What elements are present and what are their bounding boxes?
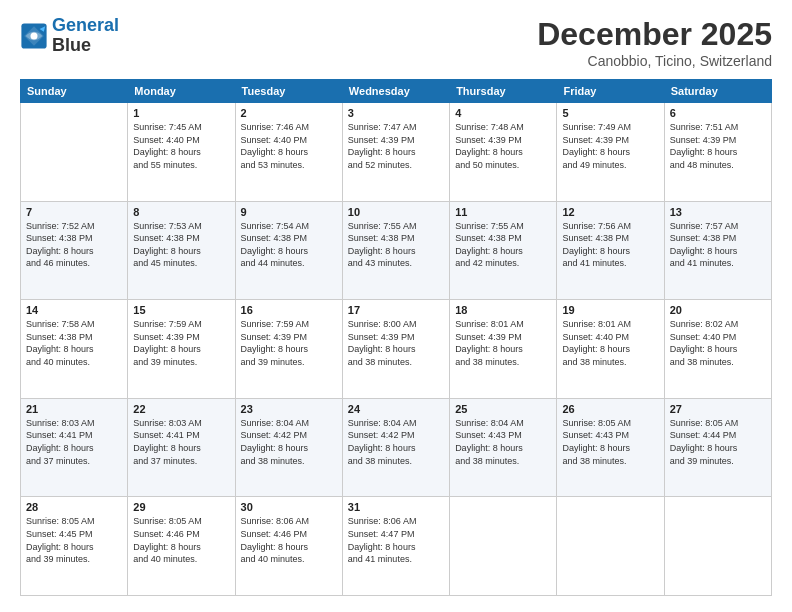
calendar-week-row-2: 7Sunrise: 7:52 AMSunset: 4:38 PMDaylight…: [21, 201, 772, 300]
logo-icon: [20, 22, 48, 50]
day-info: Sunrise: 8:02 AMSunset: 4:40 PMDaylight:…: [670, 318, 766, 368]
col-wednesday: Wednesday: [342, 80, 449, 103]
calendar-cell: 12Sunrise: 7:56 AMSunset: 4:38 PMDayligh…: [557, 201, 664, 300]
day-info: Sunrise: 8:06 AMSunset: 4:47 PMDaylight:…: [348, 515, 444, 565]
day-number: 8: [133, 206, 229, 218]
day-info: Sunrise: 7:55 AMSunset: 4:38 PMDaylight:…: [348, 220, 444, 270]
calendar-cell: 18Sunrise: 8:01 AMSunset: 4:39 PMDayligh…: [450, 300, 557, 399]
day-number: 21: [26, 403, 122, 415]
day-number: 31: [348, 501, 444, 513]
calendar-cell: 29Sunrise: 8:05 AMSunset: 4:46 PMDayligh…: [128, 497, 235, 596]
logo-line2: Blue: [52, 36, 119, 56]
calendar-cell: 20Sunrise: 8:02 AMSunset: 4:40 PMDayligh…: [664, 300, 771, 399]
calendar-cell: 10Sunrise: 7:55 AMSunset: 4:38 PMDayligh…: [342, 201, 449, 300]
day-number: 17: [348, 304, 444, 316]
calendar-cell: 27Sunrise: 8:05 AMSunset: 4:44 PMDayligh…: [664, 398, 771, 497]
calendar-cell: 14Sunrise: 7:58 AMSunset: 4:38 PMDayligh…: [21, 300, 128, 399]
calendar-cell: 13Sunrise: 7:57 AMSunset: 4:38 PMDayligh…: [664, 201, 771, 300]
day-number: 22: [133, 403, 229, 415]
day-number: 10: [348, 206, 444, 218]
calendar-week-row-5: 28Sunrise: 8:05 AMSunset: 4:45 PMDayligh…: [21, 497, 772, 596]
day-info: Sunrise: 7:51 AMSunset: 4:39 PMDaylight:…: [670, 121, 766, 171]
col-monday: Monday: [128, 80, 235, 103]
day-number: 11: [455, 206, 551, 218]
day-number: 14: [26, 304, 122, 316]
day-number: 2: [241, 107, 337, 119]
calendar-cell: 16Sunrise: 7:59 AMSunset: 4:39 PMDayligh…: [235, 300, 342, 399]
day-info: Sunrise: 8:04 AMSunset: 4:42 PMDaylight:…: [348, 417, 444, 467]
calendar-cell: 22Sunrise: 8:03 AMSunset: 4:41 PMDayligh…: [128, 398, 235, 497]
day-info: Sunrise: 7:53 AMSunset: 4:38 PMDaylight:…: [133, 220, 229, 270]
day-info: Sunrise: 8:05 AMSunset: 4:43 PMDaylight:…: [562, 417, 658, 467]
day-number: 12: [562, 206, 658, 218]
day-info: Sunrise: 8:01 AMSunset: 4:40 PMDaylight:…: [562, 318, 658, 368]
day-info: Sunrise: 7:48 AMSunset: 4:39 PMDaylight:…: [455, 121, 551, 171]
day-info: Sunrise: 8:03 AMSunset: 4:41 PMDaylight:…: [133, 417, 229, 467]
calendar-week-row-1: 1Sunrise: 7:45 AMSunset: 4:40 PMDaylight…: [21, 103, 772, 202]
calendar-cell: 4Sunrise: 7:48 AMSunset: 4:39 PMDaylight…: [450, 103, 557, 202]
day-number: 1: [133, 107, 229, 119]
col-saturday: Saturday: [664, 80, 771, 103]
day-number: 4: [455, 107, 551, 119]
day-info: Sunrise: 8:03 AMSunset: 4:41 PMDaylight:…: [26, 417, 122, 467]
calendar-cell: 30Sunrise: 8:06 AMSunset: 4:46 PMDayligh…: [235, 497, 342, 596]
day-info: Sunrise: 7:47 AMSunset: 4:39 PMDaylight:…: [348, 121, 444, 171]
day-number: 6: [670, 107, 766, 119]
calendar-week-row-4: 21Sunrise: 8:03 AMSunset: 4:41 PMDayligh…: [21, 398, 772, 497]
day-number: 15: [133, 304, 229, 316]
location-title: Canobbio, Ticino, Switzerland: [537, 53, 772, 69]
calendar-cell: 5Sunrise: 7:49 AMSunset: 4:39 PMDaylight…: [557, 103, 664, 202]
calendar-cell: 11Sunrise: 7:55 AMSunset: 4:38 PMDayligh…: [450, 201, 557, 300]
col-tuesday: Tuesday: [235, 80, 342, 103]
day-info: Sunrise: 8:05 AMSunset: 4:46 PMDaylight:…: [133, 515, 229, 565]
calendar-cell: [664, 497, 771, 596]
day-info: Sunrise: 8:05 AMSunset: 4:45 PMDaylight:…: [26, 515, 122, 565]
day-info: Sunrise: 8:05 AMSunset: 4:44 PMDaylight:…: [670, 417, 766, 467]
day-info: Sunrise: 7:49 AMSunset: 4:39 PMDaylight:…: [562, 121, 658, 171]
day-number: 24: [348, 403, 444, 415]
calendar-cell: [557, 497, 664, 596]
day-number: 28: [26, 501, 122, 513]
day-info: Sunrise: 7:56 AMSunset: 4:38 PMDaylight:…: [562, 220, 658, 270]
day-info: Sunrise: 8:04 AMSunset: 4:42 PMDaylight:…: [241, 417, 337, 467]
day-info: Sunrise: 8:04 AMSunset: 4:43 PMDaylight:…: [455, 417, 551, 467]
logo: General Blue: [20, 16, 119, 56]
day-number: 27: [670, 403, 766, 415]
calendar-table: Sunday Monday Tuesday Wednesday Thursday…: [20, 79, 772, 596]
col-sunday: Sunday: [21, 80, 128, 103]
calendar-week-row-3: 14Sunrise: 7:58 AMSunset: 4:38 PMDayligh…: [21, 300, 772, 399]
header: General Blue December 2025 Canobbio, Tic…: [20, 16, 772, 69]
day-info: Sunrise: 7:46 AMSunset: 4:40 PMDaylight:…: [241, 121, 337, 171]
calendar-cell: 17Sunrise: 8:00 AMSunset: 4:39 PMDayligh…: [342, 300, 449, 399]
calendar-cell: 15Sunrise: 7:59 AMSunset: 4:39 PMDayligh…: [128, 300, 235, 399]
day-info: Sunrise: 7:57 AMSunset: 4:38 PMDaylight:…: [670, 220, 766, 270]
calendar-cell: 21Sunrise: 8:03 AMSunset: 4:41 PMDayligh…: [21, 398, 128, 497]
day-number: 29: [133, 501, 229, 513]
day-info: Sunrise: 7:59 AMSunset: 4:39 PMDaylight:…: [133, 318, 229, 368]
day-number: 3: [348, 107, 444, 119]
day-number: 18: [455, 304, 551, 316]
calendar-cell: 3Sunrise: 7:47 AMSunset: 4:39 PMDaylight…: [342, 103, 449, 202]
calendar-cell: 25Sunrise: 8:04 AMSunset: 4:43 PMDayligh…: [450, 398, 557, 497]
calendar-cell: 9Sunrise: 7:54 AMSunset: 4:38 PMDaylight…: [235, 201, 342, 300]
day-info: Sunrise: 7:58 AMSunset: 4:38 PMDaylight:…: [26, 318, 122, 368]
month-title: December 2025: [537, 16, 772, 53]
day-number: 5: [562, 107, 658, 119]
svg-point-2: [31, 32, 38, 39]
day-info: Sunrise: 7:52 AMSunset: 4:38 PMDaylight:…: [26, 220, 122, 270]
day-number: 16: [241, 304, 337, 316]
day-info: Sunrise: 8:06 AMSunset: 4:46 PMDaylight:…: [241, 515, 337, 565]
calendar-cell: 31Sunrise: 8:06 AMSunset: 4:47 PMDayligh…: [342, 497, 449, 596]
calendar-cell: 26Sunrise: 8:05 AMSunset: 4:43 PMDayligh…: [557, 398, 664, 497]
day-number: 23: [241, 403, 337, 415]
day-info: Sunrise: 8:01 AMSunset: 4:39 PMDaylight:…: [455, 318, 551, 368]
day-number: 19: [562, 304, 658, 316]
calendar-cell: 28Sunrise: 8:05 AMSunset: 4:45 PMDayligh…: [21, 497, 128, 596]
title-block: December 2025 Canobbio, Ticino, Switzerl…: [537, 16, 772, 69]
day-info: Sunrise: 7:55 AMSunset: 4:38 PMDaylight:…: [455, 220, 551, 270]
day-number: 20: [670, 304, 766, 316]
day-number: 9: [241, 206, 337, 218]
calendar-cell: 24Sunrise: 8:04 AMSunset: 4:42 PMDayligh…: [342, 398, 449, 497]
col-friday: Friday: [557, 80, 664, 103]
calendar-cell: 8Sunrise: 7:53 AMSunset: 4:38 PMDaylight…: [128, 201, 235, 300]
